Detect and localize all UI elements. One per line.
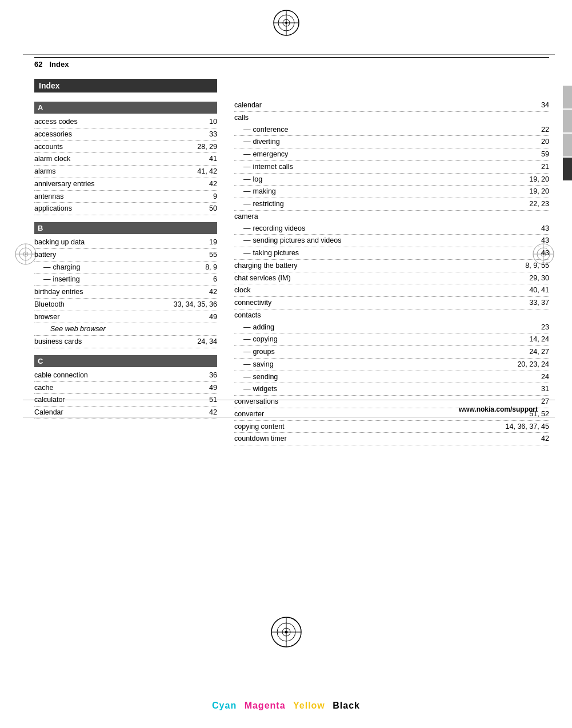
main-content: 62 Index Index A access codes 10 accesso… (34, 57, 549, 614)
color-cyan: Cyan (212, 701, 237, 711)
list-item: —adding 23 (234, 321, 549, 334)
list-item: accounts 28, 29 (34, 141, 217, 154)
list-item: accessories 33 (34, 128, 217, 141)
list-item: —sending pictures and videos 43 (234, 235, 549, 247)
list-item: —inserting 6 (34, 273, 217, 286)
list-item: —making 19, 20 (234, 186, 549, 198)
list-item: birthday entries 42 (34, 286, 217, 299)
color-black: Black (333, 701, 360, 711)
list-item: —restricting 22, 23 (234, 198, 549, 211)
list-item: browser 49 (34, 311, 217, 324)
list-item: camera (234, 211, 549, 223)
list-item: anniversary entries 42 (34, 178, 217, 191)
page-header: 62 Index (34, 57, 549, 69)
side-tab-1 (563, 86, 572, 108)
list-item: —conference 22 (234, 124, 549, 136)
list-item: backing up data 19 (34, 236, 217, 249)
list-item: cable connection 36 (34, 369, 217, 382)
list-item: connectivity 33, 37 (234, 297, 549, 309)
side-tab-4 (563, 158, 572, 180)
list-item: See web browser (34, 323, 217, 336)
top-rule (23, 54, 555, 55)
list-item: —taking pictures 43 (234, 247, 549, 260)
side-tab-2 (563, 110, 572, 132)
list-item: Bluetooth 33, 34, 35, 36 (34, 299, 217, 311)
list-item: —groups 24, 27 (234, 346, 549, 359)
list-item: contacts (234, 309, 549, 321)
list-item: cache 49 (34, 382, 217, 395)
list-item: —emergency 59 (234, 148, 549, 161)
list-item: copying content 14, 36, 37, 45 (234, 421, 549, 433)
bottom-rule-1 (23, 400, 555, 400)
side-tabs-right (563, 86, 572, 180)
list-item: alarm clock 41 (34, 153, 217, 166)
list-item: applications 50 (34, 203, 217, 215)
list-item: charging the battery 8, 9, 55 (234, 260, 549, 272)
support-url: www.nokia.com/support (459, 405, 538, 413)
list-item: —log 19, 20 (234, 174, 549, 186)
top-logo (269, 6, 303, 42)
right-column: calendar 34 calls —conference 22 —divert… (234, 79, 549, 445)
list-item: —widgets 31 (234, 383, 549, 396)
section-header-a: A (34, 102, 217, 114)
index-title-box: Index (34, 79, 217, 92)
list-item: —copying 14, 24 (234, 333, 549, 346)
section-header-b: B (34, 222, 217, 234)
left-column: Index A access codes 10 accessories 33 a… (34, 79, 217, 445)
list-item: alarms 41, 42 (34, 166, 217, 178)
list-item: —recording videos 43 (234, 223, 549, 235)
color-magenta: Magenta (245, 701, 286, 711)
list-item: countdown timer 42 (234, 433, 549, 445)
list-item: battery 55 (34, 249, 217, 262)
list-item: —sending 24 (234, 371, 549, 384)
list-item: calls (234, 112, 549, 124)
page-number: 62 (34, 60, 42, 69)
list-item: —charging 8, 9 (34, 262, 217, 274)
list-item: calendar 34 (234, 99, 549, 112)
index-columns: Index A access codes 10 accessories 33 a… (34, 79, 549, 445)
list-item: antennas 9 (34, 191, 217, 203)
bottom-logo (266, 612, 306, 654)
list-item: calculator 51 (34, 394, 217, 407)
list-item: access codes 10 (34, 116, 217, 128)
section-header-c: C (34, 355, 217, 367)
list-item: —saving 20, 23, 24 (234, 359, 549, 371)
bottom-rule-2 (23, 417, 555, 417)
list-item: clock 40, 41 (234, 284, 549, 297)
side-tab-3 (563, 134, 572, 156)
list-item: —internet calls 21 (234, 161, 549, 174)
color-bar: Cyan Magenta Yellow Black (212, 701, 360, 711)
list-item: —diverting 20 (234, 136, 549, 148)
page-wrapper: 62 Index Index A access codes 10 accesso… (0, 0, 572, 728)
color-yellow: Yellow (293, 701, 325, 711)
page-title: Index (49, 60, 69, 69)
list-item: chat services (IM) 29, 30 (234, 272, 549, 285)
list-item: business cards 24, 34 (34, 336, 217, 348)
